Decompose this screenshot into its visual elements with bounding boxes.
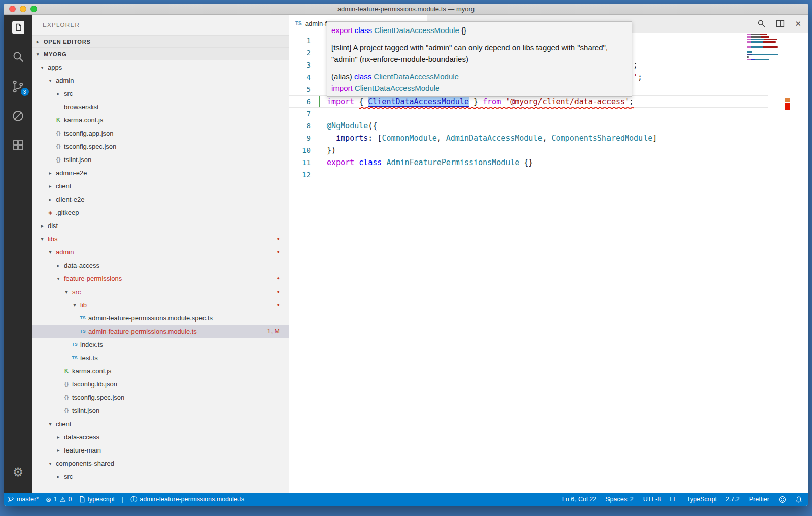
- tree-item[interactable]: {} tsconfig.app.json: [32, 126, 289, 140]
- explorer-icon[interactable]: [11, 20, 26, 35]
- tree-item[interactable]: TS index.ts: [32, 338, 289, 351]
- git-branch-icon: [8, 496, 14, 503]
- language-mode-status[interactable]: typescript: [79, 496, 115, 503]
- tree-item[interactable]: ≡ browserslist: [32, 100, 289, 113]
- tree-item[interactable]: ▸ src: [32, 470, 289, 483]
- tree-item-icon: ≡: [54, 104, 63, 110]
- tree-item-badge: ●: [277, 236, 280, 241]
- tree-item-label: admin-feature-permissions.module.spec.ts: [88, 314, 213, 322]
- tree-item-label: admin-feature-permissions.module.ts: [88, 328, 197, 335]
- tree-item[interactable]: ▾ apps: [32, 60, 289, 74]
- editor-group: TS admin-feature-permissions.module.ts ✕…: [289, 15, 808, 493]
- formatter-status[interactable]: Prettier: [749, 496, 769, 503]
- tree-item[interactable]: ▾ admin ●: [32, 245, 289, 259]
- tree-item[interactable]: K karma.conf.js: [32, 113, 289, 126]
- tree-item[interactable]: ▾ lib ●: [32, 298, 289, 311]
- tree-item-badge: ●: [277, 249, 280, 254]
- tree-item[interactable]: ▸ data-access: [32, 259, 289, 272]
- tree-item[interactable]: ▸ dist: [32, 219, 289, 232]
- tree-item[interactable]: ▾ src ●: [32, 285, 289, 298]
- workspace-header[interactable]: ▾ MYORG: [32, 48, 289, 60]
- symbol-link[interactable]: ClientDataAccessModule: [368, 97, 469, 106]
- ts-file-icon: TS: [295, 21, 302, 26]
- tree-item[interactable]: ▾ feature-permissions ●: [32, 272, 289, 285]
- tree-item[interactable]: ▸ admin-e2e: [32, 166, 289, 179]
- tree-item[interactable]: {} tsconfig.spec.json: [32, 140, 289, 153]
- tree-item[interactable]: ▸ client-e2e: [32, 192, 289, 206]
- cursor-position-status[interactable]: Ln 6, Col 22: [562, 496, 596, 503]
- eol-status[interactable]: LF: [670, 496, 678, 503]
- tree-item-label: .gitkeep: [56, 209, 79, 216]
- vscode-window: admin-feature-permissions.module.ts — my…: [4, 4, 808, 506]
- feedback-smiley-icon[interactable]: [779, 496, 786, 503]
- window-controls: [9, 6, 37, 12]
- code-line: 12: [289, 169, 768, 181]
- tree-item[interactable]: ▾ admin: [32, 74, 289, 87]
- tree-item[interactable]: TS test.ts: [32, 351, 289, 364]
- tree-item[interactable]: ▾ libs ●: [32, 232, 289, 245]
- close-editor-icon[interactable]: ✕: [795, 19, 801, 28]
- problems-status[interactable]: ⊗ 1 ⚠ 0: [46, 496, 72, 503]
- tree-item-label: libs: [48, 235, 58, 243]
- extensions-icon[interactable]: [11, 138, 26, 153]
- tree-item[interactable]: TS admin-feature-permissions.module.spec…: [32, 311, 289, 325]
- tree-item-icon: ▾: [54, 276, 63, 281]
- minimize-window-button[interactable]: [20, 6, 26, 12]
- git-branch-status[interactable]: master*: [8, 496, 39, 503]
- overview-ruler: [784, 33, 790, 493]
- tree-item[interactable]: {} tslint.json: [32, 404, 289, 417]
- zoom-window-button[interactable]: [30, 6, 37, 12]
- tree-item-label: components-shared: [56, 460, 114, 467]
- window-title: admin-feature-permissions.module.ts — my…: [337, 5, 475, 13]
- split-editor-icon[interactable]: [776, 19, 785, 28]
- activity-bar: 3 ⚙: [4, 15, 32, 493]
- file-tree: ▾ apps ▾ admin ▸ src: [32, 60, 289, 493]
- chevron-right-icon: ▸: [37, 39, 44, 44]
- chevron-down-icon: ▾: [37, 52, 44, 57]
- status-bar: master* ⊗ 1 ⚠ 0 typescript | ⓘ admin-fea…: [4, 493, 808, 506]
- tree-item[interactable]: ▸ src: [32, 87, 289, 100]
- tree-item[interactable]: ▸ feature-main: [32, 443, 289, 457]
- tree-item[interactable]: {} tsconfig.lib.json: [32, 377, 289, 391]
- notifications-bell-icon[interactable]: [795, 496, 802, 503]
- warning-marker: [785, 98, 790, 102]
- error-marker: [785, 103, 790, 110]
- language-status[interactable]: TypeScript: [687, 496, 717, 503]
- tree-item-icon: {}: [54, 156, 63, 163]
- code-line: 8@NgModule({: [289, 120, 768, 132]
- tree-item[interactable]: ▸ data-access: [32, 430, 289, 443]
- find-icon[interactable]: [757, 19, 766, 28]
- open-editors-header[interactable]: ▸ OPEN EDITORS: [32, 35, 289, 48]
- encoding-status[interactable]: UTF-8: [643, 496, 661, 503]
- tree-item[interactable]: ▾ client: [32, 417, 289, 430]
- tree-item-label: karma.conf.js: [72, 367, 111, 375]
- tree-item-label: tslint.json: [64, 156, 91, 164]
- source-control-icon[interactable]: 3: [11, 79, 26, 94]
- minimap[interactable]: [747, 34, 779, 64]
- tree-item-badge: ●: [277, 302, 280, 307]
- tree-item-icon: {}: [62, 394, 71, 400]
- tree-item[interactable]: ▸ client: [32, 179, 289, 192]
- indentation-status[interactable]: Spaces: 2: [605, 496, 634, 503]
- settings-gear-icon[interactable]: ⚙: [13, 465, 24, 479]
- tree-item-label: client-e2e: [56, 196, 84, 203]
- file-info-status[interactable]: ⓘ admin-feature-permissions.module.ts: [130, 496, 244, 503]
- tree-item-icon: ▸: [46, 183, 55, 189]
- tree-item[interactable]: ▾ components-shared: [32, 457, 289, 470]
- close-window-button[interactable]: [9, 6, 16, 12]
- tree-item[interactable]: {} tslint.json: [32, 153, 289, 166]
- tree-item[interactable]: ◈ .gitkeep: [32, 206, 289, 219]
- tree-item[interactable]: TS admin-feature-permissions.module.ts 1…: [32, 325, 289, 338]
- tree-item[interactable]: K karma.conf.js: [32, 364, 289, 377]
- search-icon[interactable]: [11, 49, 26, 64]
- tree-item-label: dist: [48, 222, 58, 230]
- ts-version-status[interactable]: 2.7.2: [726, 496, 740, 503]
- debug-icon[interactable]: [11, 108, 26, 123]
- tree-item-label: test.ts: [80, 354, 98, 362]
- tree-item[interactable]: {} tsconfig.spec.json: [32, 391, 289, 404]
- code-editor[interactable]: 1 2 3; 4'; 5 6import { ClientDataAccessM…: [289, 33, 808, 493]
- tree-item-label: feature-main: [64, 446, 101, 454]
- tree-item-icon: ▾: [46, 461, 55, 466]
- tree-item-icon: ▾: [46, 78, 55, 83]
- tree-item-icon: TS: [70, 342, 79, 347]
